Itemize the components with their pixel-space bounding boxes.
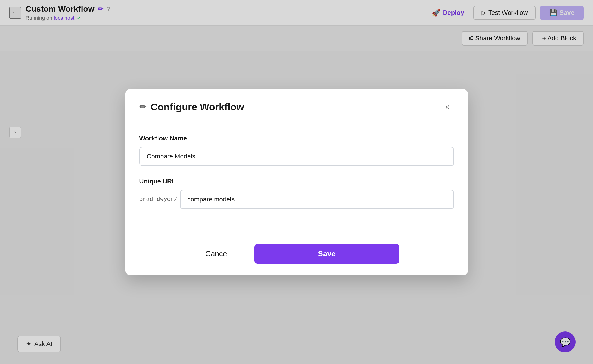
modal-footer: Cancel Save [125,235,468,275]
modal-title: ✏ Configure Workflow [139,101,244,113]
modal-header: ✏ Configure Workflow × [125,89,468,123]
unique-url-label: Unique URL [139,178,454,185]
cancel-button[interactable]: Cancel [194,245,240,263]
modal-overlay: ✏ Configure Workflow × Workflow Name Uni… [0,0,593,364]
modal-save-button[interactable]: Save [254,244,399,264]
modal-pencil-icon: ✏ [139,102,146,112]
workflow-name-label: Workflow Name [139,135,454,142]
modal-title-text: Configure Workflow [151,101,244,113]
unique-url-group: Unique URL brad-dwyer/ [139,178,454,209]
url-prefix: brad-dwyer/ [139,196,180,203]
modal-body: Workflow Name Unique URL brad-dwyer/ [125,123,468,235]
close-icon: × [445,102,450,112]
url-row: brad-dwyer/ [139,190,454,209]
workflow-name-input[interactable] [139,147,454,166]
workflow-name-group: Workflow Name [139,135,454,166]
url-input[interactable] [180,190,454,209]
modal-close-button[interactable]: × [441,101,454,113]
configure-workflow-modal: ✏ Configure Workflow × Workflow Name Uni… [125,89,468,275]
